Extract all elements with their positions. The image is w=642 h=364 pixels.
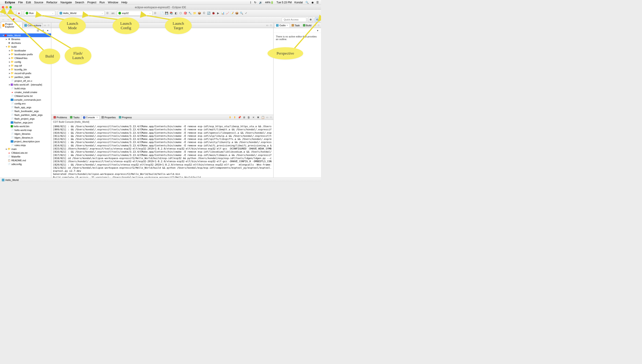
folder-button[interactable]: 📁: [193, 11, 197, 15]
package-button[interactable]: 📦: [197, 11, 201, 15]
stop-button[interactable]: ■: [17, 11, 22, 16]
tasks-tab[interactable]: Tasks: [69, 116, 81, 119]
back-button[interactable]: ⇐: [1, 18, 5, 22]
coverage-button[interactable]: 📊: [221, 11, 225, 15]
menu-search[interactable]: Search: [75, 1, 84, 4]
tree-node[interactable]: Makefile: [0, 154, 51, 158]
tree-node[interactable]: flash_app_args: [0, 105, 51, 109]
siri-icon[interactable]: ◉: [311, 1, 314, 4]
minimize-window-button[interactable]: [6, 6, 8, 8]
tree-node[interactable]: rules.ninja: [0, 143, 51, 147]
menu-project[interactable]: Project: [87, 1, 96, 4]
class-button[interactable]: ©: [202, 11, 206, 15]
pin-console-icon[interactable]: 📌: [237, 116, 241, 120]
debug-button[interactable]: 🐞: [211, 11, 215, 15]
launch-config-combo[interactable]: Hello_World ⌄: [58, 11, 105, 16]
binary-button[interactable]: ⬡: [179, 11, 183, 15]
scroll-lock-icon[interactable]: ⬇: [228, 116, 232, 120]
clock[interactable]: Tue 5:15 PM: [276, 1, 292, 4]
collapse-all-icon[interactable]: ⊟: [36, 28, 40, 32]
close-window-button[interactable]: [2, 6, 4, 8]
save-all-button[interactable]: 📚: [169, 11, 173, 15]
progress-tab[interactable]: Progress: [118, 116, 133, 119]
zoom-window-button[interactable]: [9, 6, 12, 8]
sync-icon[interactable]: ↻: [254, 1, 256, 4]
clear-console-icon[interactable]: 🗑: [247, 116, 251, 120]
target-button[interactable]: 🎯: [183, 11, 187, 15]
bluetooth-icon[interactable]: ᛒ: [250, 1, 251, 4]
menu-source[interactable]: Source: [34, 1, 43, 4]
volume-icon[interactable]: 🔊: [259, 1, 262, 4]
profile-button[interactable]: 📈: [225, 11, 229, 15]
menu-navigate[interactable]: Navigate: [61, 1, 72, 4]
tasks-button[interactable]: ✓: [244, 11, 248, 15]
minimize-editor-icon[interactable]: ▭: [266, 24, 269, 27]
problems-tab[interactable]: Problems: [52, 116, 68, 119]
refresh-button[interactable]: 🔄: [207, 11, 211, 15]
tree-node[interactable]: cmake_install.cmake: [0, 90, 51, 94]
tree-node[interactable]: CMakeLists.txt: [0, 151, 51, 154]
tree-node[interactable]: project_elf_src.c: [0, 79, 51, 83]
tree-node[interactable]: README.md: [0, 158, 51, 162]
tree-node[interactable]: ldgen_libraries: [0, 132, 51, 136]
maximize-view-icon[interactable]: □: [47, 24, 50, 27]
view-menu-icon[interactable]: ▾: [46, 28, 50, 32]
menu-edit[interactable]: Edit: [26, 1, 31, 4]
tree-node[interactable]: flash_partition_table_args: [0, 113, 51, 117]
tree-node[interactable]: ▶kconfig_bin: [0, 68, 51, 71]
tree-node[interactable]: ▶hello-world.elf - [xtensa/le]: [0, 83, 51, 86]
tree-node[interactable]: ▶esp-idf: [0, 64, 51, 68]
run-dropdown[interactable]: ▶: [216, 11, 220, 15]
tree-node[interactable]: sdkconfig: [0, 162, 51, 166]
console-tab[interactable]: Console✕: [81, 116, 100, 119]
tree-node[interactable]: ▼Hello_World: [0, 34, 51, 37]
close-icon[interactable]: ✕: [19, 24, 21, 26]
min-bottom-icon[interactable]: ▭: [266, 116, 269, 119]
menu-window[interactable]: Window: [108, 1, 118, 4]
launch-mode-combo[interactable]: Run ⌄: [24, 11, 55, 16]
scroll-up-icon[interactable]: ⬆: [233, 116, 237, 120]
minimize-view-icon[interactable]: ▭: [43, 24, 46, 27]
save-button[interactable]: 💾: [165, 11, 169, 15]
maximize-editor-icon[interactable]: □: [269, 24, 272, 27]
terminate-icon[interactable]: ✕: [251, 116, 255, 120]
app-name[interactable]: Eclipse: [5, 1, 15, 4]
new-button[interactable]: 📄: [160, 11, 164, 15]
menu-file[interactable]: File: [18, 1, 23, 4]
tree-node[interactable]: ▶Binaries: [0, 37, 51, 41]
tree-node[interactable]: hello-world.bin: [0, 124, 51, 128]
open-console-icon[interactable]: 📋: [261, 116, 265, 120]
task-tab[interactable]: Task: [290, 24, 301, 27]
spotlight-icon[interactable]: 🔍: [305, 1, 309, 4]
toggle-button[interactable]: ◧: [174, 11, 178, 15]
tree-node[interactable]: build.ninja: [0, 86, 51, 90]
battery-indicator[interactable]: 44% 🔋: [265, 1, 274, 4]
menu-refactor[interactable]: Refactor: [46, 1, 57, 4]
close-icon[interactable]: ✕: [96, 116, 98, 118]
outline-tab[interactable]: Outlin ✕: [274, 23, 290, 28]
properties-tab[interactable]: Properties: [100, 116, 117, 119]
tree-node[interactable]: CMakeCache.txt: [0, 94, 51, 98]
forward-button[interactable]: ⇒: [6, 18, 10, 22]
tree-node[interactable]: flash_project_args: [0, 117, 51, 120]
tree-node[interactable]: compile_commands.json: [0, 98, 51, 102]
tree-node[interactable]: project_description.json: [0, 140, 51, 143]
launch-target-combo[interactable]: esp32 ⌄: [117, 11, 153, 16]
tree-node[interactable]: hello-world.map: [0, 128, 51, 132]
launch-button[interactable]: ▶: [9, 11, 14, 16]
max-bottom-icon[interactable]: □: [269, 116, 272, 119]
tree-node[interactable]: ldgen_libraries.in: [0, 136, 51, 140]
target-gear-icon[interactable]: ⚙: [153, 11, 157, 15]
connections-tab[interactable]: Connections: [23, 23, 43, 28]
user-name[interactable]: Kondal: [294, 1, 303, 4]
max-outline-icon[interactable]: □: [317, 24, 320, 27]
tree-node[interactable]: flasher_args.json: [0, 120, 51, 124]
tree-node[interactable]: ▶mconf-idf-prefix: [0, 71, 51, 75]
link-editor-icon[interactable]: ⇄: [41, 28, 45, 32]
quick-access-input[interactable]: [282, 18, 306, 22]
menu-help[interactable]: Help: [121, 1, 127, 4]
quick-access[interactable]: [282, 18, 306, 22]
tree-node[interactable]: config.env: [0, 102, 51, 105]
open-perspective-button[interactable]: ⊞: [308, 17, 313, 22]
config-gear-icon[interactable]: ⚙: [106, 11, 110, 15]
